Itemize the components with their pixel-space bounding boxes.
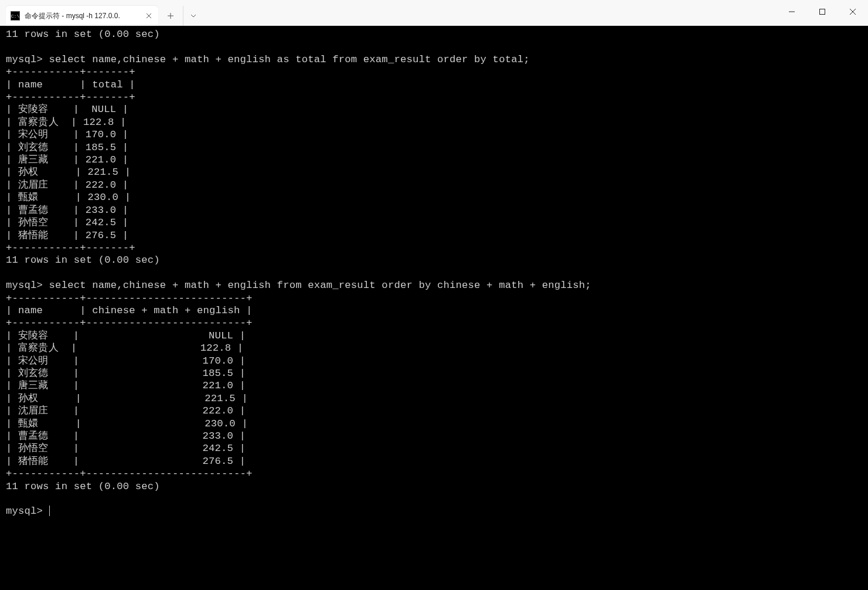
table-header: | name | chinese + math + english | [6, 305, 253, 316]
table-row: | 沈眉庄 | 222.0 | [6, 179, 128, 191]
close-button[interactable] [838, 0, 868, 23]
table-border: +-----------+--------------------------+ [6, 468, 253, 479]
svg-rect-0 [820, 9, 825, 15]
table-row: | 安陵容 | NULL | [6, 104, 128, 115]
table-row: | 孙悟空 | 242.5 | [6, 217, 128, 228]
table-row: | 富察贵人 | 122.8 | [6, 117, 126, 128]
table-border: +-----------+-------+ [6, 91, 135, 103]
table-row: | 曹孟德 | 233.0 | [6, 430, 246, 442]
table-border: +-----------+-------+ [6, 66, 135, 77]
titlebar: C:\ 命令提示符 - mysql -h 127.0.0. [0, 0, 868, 26]
table-row: | 唐三藏 | 221.0 | [6, 154, 128, 165]
table-border: +-----------+--------------------------+ [6, 317, 253, 328]
new-tab-button[interactable] [161, 6, 181, 26]
table-border: +-----------+-------+ [6, 242, 135, 253]
table-row: | 唐三藏 | 221.0 | [6, 380, 246, 391]
result-summary: 11 rows in set (0.00 sec) [6, 481, 160, 492]
table-row: | 孙权 | 221.5 | [6, 393, 248, 404]
sql-query: mysql> select name,chinese + math + engl… [6, 54, 530, 65]
table-row: | 沈眉庄 | 222.0 | [6, 405, 246, 416]
window-controls [777, 0, 868, 23]
table-row: | 刘玄德 | 185.5 | [6, 368, 246, 379]
table-row: | 宋公明 | 170.0 | [6, 355, 246, 367]
table-row: | 刘玄德 | 185.5 | [6, 142, 128, 153]
table-row: | 甄嬛 | 230.0 | [6, 192, 131, 203]
table-row: | 猪悟能 | 276.5 | [6, 456, 246, 467]
cursor [49, 506, 50, 516]
table-row: | 孙悟空 | 242.5 | [6, 443, 246, 454]
table-row: | 孙权 | 221.5 | [6, 167, 131, 178]
tab-active[interactable]: C:\ 命令提示符 - mysql -h 127.0.0. [6, 6, 158, 26]
result-summary: 11 rows in set (0.00 sec) [6, 255, 160, 266]
minimize-button[interactable] [777, 0, 807, 23]
table-row: | 猪悟能 | 276.5 | [6, 230, 128, 241]
maximize-button[interactable] [807, 0, 838, 23]
terminal-output[interactable]: 11 rows in set (0.00 sec) mysql> select … [0, 26, 868, 590]
tab-dropdown-button[interactable] [183, 6, 203, 26]
table-row: | 富察贵人 | 122.8 | [6, 343, 243, 354]
table-row: | 安陵容 | NULL | [6, 330, 246, 341]
mysql-prompt: mysql> [6, 506, 49, 517]
table-row: | 曹孟德 | 233.0 | [6, 205, 128, 216]
cmd-icon: C:\ [11, 11, 20, 21]
table-border: +-----------+--------------------------+ [6, 293, 253, 304]
tab-close-button[interactable] [144, 11, 154, 21]
table-header: | name | total | [6, 79, 135, 90]
table-row: | 宋公明 | 170.0 | [6, 129, 128, 140]
table-row: | 甄嬛 | 230.0 | [6, 418, 248, 429]
sql-query: mysql> select name,chinese + math + engl… [6, 280, 591, 291]
result-summary: 11 rows in set (0.00 sec) [6, 29, 160, 40]
tab-title: 命令提示符 - mysql -h 127.0.0. [25, 11, 139, 21]
